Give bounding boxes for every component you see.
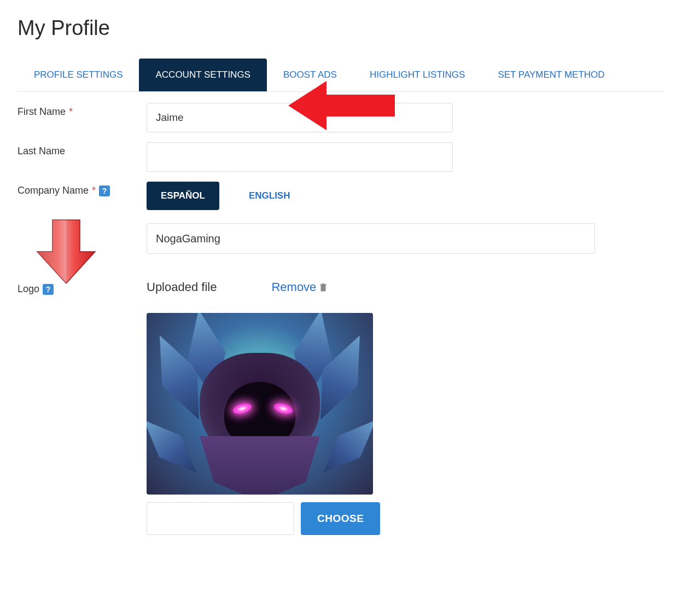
tab-account-settings[interactable]: ACCOUNT SETTINGS	[139, 59, 266, 91]
label-text-company-name: Company Name	[18, 185, 89, 196]
choose-file-button[interactable]: CHOOSE	[301, 502, 380, 535]
label-text-logo: Logo	[18, 283, 39, 295]
tab-set-payment-method[interactable]: SET PAYMENT METHOD	[481, 59, 621, 91]
remove-text: Remove	[271, 280, 316, 294]
tabs-bar: PROFILE SETTINGS ACCOUNT SETTINGS BOOST …	[18, 59, 664, 92]
remove-file-link[interactable]: Remove	[271, 280, 328, 294]
tab-boost-ads[interactable]: BOOST ADS	[267, 59, 353, 91]
decorative-feather	[312, 409, 373, 484]
label-first-name: First Name *	[18, 103, 147, 118]
help-icon[interactable]: ?	[43, 284, 54, 295]
row-last-name: Last Name	[18, 142, 664, 172]
uploaded-file-row: Uploaded file Remove	[147, 280, 664, 294]
help-icon[interactable]: ?	[99, 185, 110, 196]
row-first-name: First Name *	[18, 103, 664, 132]
label-text-first-name: First Name	[18, 106, 66, 118]
company-name-input[interactable]	[147, 223, 595, 254]
label-logo: Logo ?	[18, 280, 147, 295]
uploaded-file-label: Uploaded file	[147, 280, 217, 294]
language-tabs: ESPAÑOL ENGLISH	[147, 182, 664, 210]
page-title: My Profile	[18, 16, 664, 40]
tab-profile-settings[interactable]: PROFILE SETTINGS	[18, 59, 139, 91]
last-name-input[interactable]	[147, 142, 453, 172]
logo-preview-image	[147, 313, 373, 495]
label-company-name: Company Name * ?	[18, 182, 147, 196]
row-logo: Logo ? Uploaded file Remove	[18, 280, 664, 535]
decorative-feather	[147, 409, 207, 484]
file-path-input[interactable]	[147, 502, 294, 535]
required-star: *	[69, 106, 73, 118]
avatar-scarf	[200, 436, 320, 495]
tab-highlight-listings[interactable]: HIGHLIGHT LISTINGS	[353, 59, 481, 91]
lang-tab-es[interactable]: ESPAÑOL	[147, 182, 219, 210]
form-area: First Name * Last Name Company Name * ? …	[18, 92, 664, 535]
row-company-name: Company Name * ? ESPAÑOL ENGLISH	[18, 182, 664, 254]
label-text-last-name: Last Name	[18, 146, 65, 157]
label-last-name: Last Name	[18, 142, 147, 157]
trash-icon	[318, 282, 328, 293]
file-select-row: CHOOSE	[147, 502, 664, 535]
lang-tab-en[interactable]: ENGLISH	[235, 182, 305, 210]
first-name-input[interactable]	[147, 103, 453, 132]
required-star: *	[92, 185, 96, 196]
